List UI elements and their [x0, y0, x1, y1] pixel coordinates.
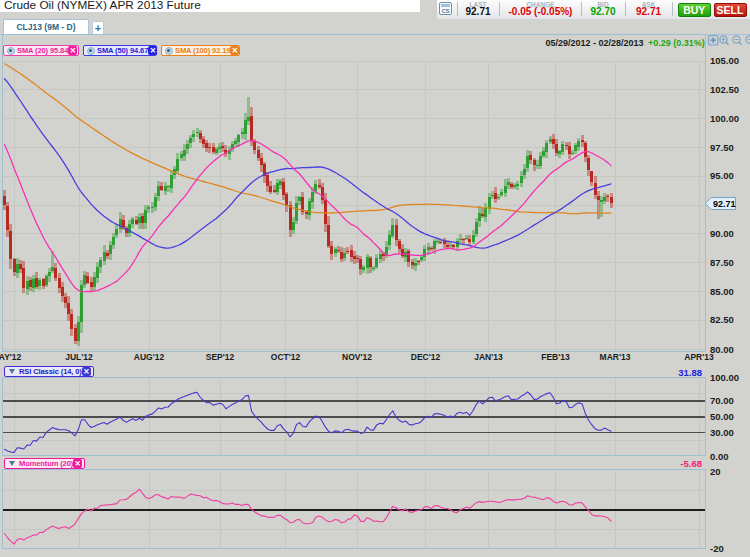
- svg-text:97.50: 97.50: [710, 142, 734, 153]
- svg-text:85.00: 85.00: [710, 286, 734, 297]
- svg-text:105.00: 105.00: [710, 55, 739, 66]
- svg-text:05/29/2012 - 02/28/2013: 05/29/2012 - 02/28/2013: [545, 38, 643, 48]
- svg-text:AUG'12: AUG'12: [134, 352, 165, 362]
- svg-text:-5.68: -5.68: [680, 458, 702, 469]
- svg-text:70.00: 70.00: [710, 395, 734, 406]
- svg-text:MAR'13: MAR'13: [600, 352, 631, 362]
- svg-text:82.50: 82.50: [710, 314, 734, 325]
- svg-text:92.71: 92.71: [713, 199, 736, 209]
- svg-text:+0.29 (0.31%): +0.29 (0.31%): [648, 38, 705, 48]
- svg-text:50.00: 50.00: [710, 411, 734, 422]
- svg-text:OCT'12: OCT'12: [271, 352, 301, 362]
- svg-text:20: 20: [710, 466, 721, 477]
- svg-text:SEP'12: SEP'12: [206, 352, 235, 362]
- svg-text:102.50: 102.50: [710, 84, 739, 95]
- svg-text:87.50: 87.50: [710, 257, 734, 268]
- svg-text:DEC'12: DEC'12: [411, 352, 441, 362]
- svg-text:31.88: 31.88: [678, 367, 702, 378]
- svg-text:95.00: 95.00: [710, 170, 734, 181]
- svg-text:JAN'13: JAN'13: [474, 352, 503, 362]
- svg-text:MAY'12: MAY'12: [0, 352, 22, 362]
- svg-text:-20: -20: [710, 543, 724, 554]
- svg-text:JUL'12: JUL'12: [65, 352, 93, 362]
- svg-text:NOV'12: NOV'12: [342, 352, 372, 362]
- svg-text:FEB'13: FEB'13: [541, 352, 570, 362]
- svg-text:APR'13: APR'13: [684, 352, 714, 362]
- svg-text:100.00: 100.00: [710, 372, 739, 383]
- svg-text:100.00: 100.00: [710, 113, 739, 124]
- svg-text:0.00: 0.00: [710, 451, 729, 462]
- svg-text:30.00: 30.00: [710, 427, 734, 438]
- svg-text:90.00: 90.00: [710, 228, 734, 239]
